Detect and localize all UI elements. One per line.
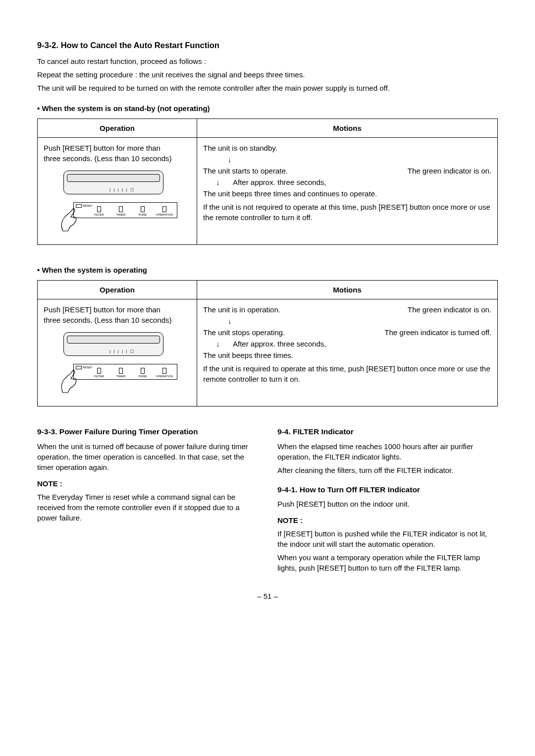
motion-line: The green indicator is on. xyxy=(408,166,491,176)
label: TIMER xyxy=(116,374,126,378)
indoor-unit-icon: | | | | | ▢ xyxy=(63,332,163,356)
label: TIMER xyxy=(116,213,126,217)
label: OPERATION xyxy=(156,213,173,217)
para: Push [RESET] button on the indoor unit. xyxy=(277,499,498,509)
th-operation: Operation xyxy=(38,119,197,138)
op-line: three seconds. (Less than 10 seconds) xyxy=(44,315,191,325)
para: After cleaning the filters, turn off the… xyxy=(277,465,498,475)
motion-line: The green indicator is on. xyxy=(408,304,491,315)
right-column: 9-4. FILTER Indicator When the elapsed t… xyxy=(277,426,498,576)
para: Repeat the setting procedure : the unit … xyxy=(37,69,498,80)
unit-diagram: | | | | | ▢ RESET FILTER TIMER PURE OPER… xyxy=(44,332,191,401)
heading-9-4: 9-4. FILTER Indicator xyxy=(277,426,498,437)
label: FILTER xyxy=(94,213,104,217)
op-line: Push [RESET] button for more than xyxy=(44,143,191,153)
para: To cancel auto restart function, proceed… xyxy=(37,56,498,66)
cell-operation: Push [RESET] button for more than three … xyxy=(38,138,197,245)
motion-line: The unit is in operation. xyxy=(203,304,280,315)
reset-label: RESET xyxy=(76,365,93,369)
para: When the elapsed time reaches 1000 hours… xyxy=(277,441,498,462)
bullet-operating: When the system is operating xyxy=(37,265,498,275)
down-arrow-icon: ↓ xyxy=(203,177,233,187)
motion-line: After approx. three seconds, xyxy=(233,177,326,187)
motion-line: After approx. three seconds, xyxy=(233,339,326,349)
motion-line: The green indicator is turned off. xyxy=(384,327,491,338)
front-panel-icon: RESET FILTER TIMER PURE OPERATION xyxy=(73,202,177,218)
down-arrow-icon: ↓ xyxy=(203,154,491,165)
down-arrow-icon: ↓ xyxy=(203,339,233,349)
heading-9-4-1: 9-4-1. How to Turn Off FILTER Indicator xyxy=(277,484,498,495)
label: OPERATION xyxy=(156,374,173,378)
left-column: 9-3-3. Power Failure During Timer Operat… xyxy=(37,426,258,576)
motion-line: The unit stops operating. xyxy=(203,327,285,338)
page-number: – 51 – xyxy=(37,591,498,601)
unit-diagram: | | | | | ▢ RESET FILTER TIMER PURE OPER… xyxy=(44,171,191,239)
motion-line: The unit beeps three times and continues… xyxy=(203,188,491,199)
cell-motions: The unit is in operation. The green indi… xyxy=(197,299,498,407)
para: If [RESET] button is pushed while the FI… xyxy=(277,528,498,549)
op-line: Push [RESET] button for more than xyxy=(44,304,191,315)
motion-line: If the unit is required to operate at th… xyxy=(203,363,491,384)
table-standby: Operation Motions Push [RESET] button fo… xyxy=(37,118,498,245)
para: When the unit is turned off because of p… xyxy=(37,441,258,472)
th-operation: Operation xyxy=(38,281,197,299)
note-label: NOTE : xyxy=(37,478,258,489)
cell-operation: Push [RESET] button for more than three … xyxy=(38,299,197,407)
label: PURE xyxy=(139,213,147,217)
table-operating: Operation Motions Push [RESET] button fo… xyxy=(37,280,498,407)
op-line: three seconds. (Less than 10 seconds) xyxy=(44,153,191,164)
motion-line: If the unit is not required to operate a… xyxy=(203,202,491,223)
down-arrow-icon: ↓ xyxy=(203,316,491,326)
heading-9-3-2: 9-3-2. How to Cancel the Auto Restart Fu… xyxy=(37,40,498,51)
heading-9-3-3: 9-3-3. Power Failure During Timer Operat… xyxy=(37,426,258,437)
motion-line: The unit beeps three times. xyxy=(203,350,491,360)
th-motions: Motions xyxy=(197,119,498,138)
label: PURE xyxy=(139,374,147,378)
th-motions: Motions xyxy=(197,281,498,299)
front-panel-icon: RESET FILTER TIMER PURE OPERATION xyxy=(73,364,177,380)
reset-label: RESET xyxy=(76,204,93,208)
cell-motions: The unit is on standby. ↓ The unit start… xyxy=(197,138,498,245)
bullet-standby: When the system is on stand-by (not oper… xyxy=(37,103,498,114)
label: FILTER xyxy=(94,374,104,378)
para: When you want a temporary operation whil… xyxy=(277,552,498,573)
note-label: NOTE : xyxy=(277,515,498,525)
para: The unit will be required to be turned o… xyxy=(37,83,498,93)
para: The Everyday Timer is reset while a comm… xyxy=(37,492,258,523)
motion-line: The unit starts to operate. xyxy=(203,166,288,176)
motion-line: The unit is on standby. xyxy=(203,143,491,153)
indoor-unit-icon: | | | | | ▢ xyxy=(63,171,163,194)
